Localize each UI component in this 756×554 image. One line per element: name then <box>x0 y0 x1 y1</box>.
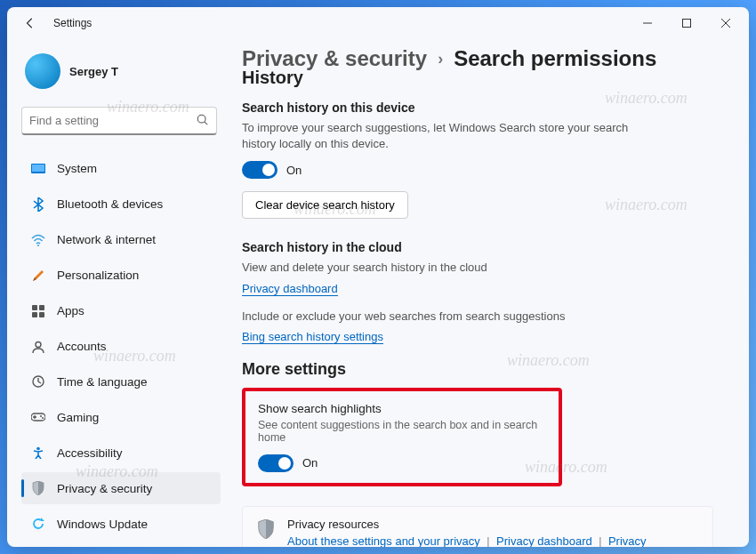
search-box[interactable] <box>21 107 217 135</box>
user-name: Sergey T <box>69 65 118 78</box>
profile[interactable]: Sergey T <box>21 46 221 103</box>
svg-point-16 <box>40 415 42 417</box>
privacy-dashboard-link[interactable]: Privacy dashboard <box>242 282 338 296</box>
nav-privacy[interactable]: Privacy & security <box>21 472 221 504</box>
include-exclude-desc: Include or exclude your web searches fro… <box>242 309 651 325</box>
close-button[interactable] <box>706 9 745 37</box>
nav-accounts[interactable]: Accounts <box>21 331 221 363</box>
clear-history-button[interactable]: Clear device search history <box>242 191 408 219</box>
history-device-title: Search history on this device <box>242 100 713 115</box>
about-settings-link[interactable]: About these settings and your privacy <box>287 534 480 547</box>
history-cloud-desc: View and delete your search history in t… <box>242 260 651 276</box>
highlights-toggle[interactable] <box>258 454 294 472</box>
nav-label: Accounts <box>57 340 107 353</box>
highlights-desc: See content suggestions in the search bo… <box>258 419 546 444</box>
nav-label: Network & internet <box>57 233 156 246</box>
nav-label: Gaming <box>57 411 99 424</box>
breadcrumb: Privacy & security › Search permissions <box>242 46 713 71</box>
svg-point-8 <box>37 245 39 246</box>
window-title: Settings <box>53 17 92 29</box>
back-button[interactable] <box>18 11 43 36</box>
nav-label: Apps <box>57 304 84 317</box>
content-pane[interactable]: Privacy & security › Search permissions … <box>228 39 749 547</box>
arrow-left-icon <box>24 17 36 29</box>
apps-icon <box>30 303 46 319</box>
history-cloud-title: Search history in the cloud <box>242 240 713 254</box>
wifi-icon <box>30 232 46 248</box>
nav-accessibility[interactable]: Accessibility <box>21 437 221 469</box>
highlights-callout: Show search highlights See content sugge… <box>242 388 562 486</box>
svg-point-17 <box>42 417 44 419</box>
nav-label: Privacy & security <box>57 482 152 495</box>
bluetooth-icon <box>30 197 46 213</box>
resources-title: Privacy resources <box>287 518 698 531</box>
svg-rect-11 <box>32 312 37 317</box>
bing-history-link[interactable]: Bing search history settings <box>242 330 383 344</box>
highlights-toggle-label: On <box>302 456 318 470</box>
nav-label: Personalization <box>57 269 139 282</box>
svg-rect-9 <box>32 305 37 310</box>
privacy-dashboard-link-2[interactable]: Privacy dashboard <box>496 534 592 547</box>
nav-label: Bluetooth & devices <box>57 197 163 211</box>
minimize-icon <box>643 19 652 28</box>
nav-update[interactable]: Windows Update <box>21 508 221 540</box>
person-icon <box>30 339 46 355</box>
privacy-resources-box: Privacy resources About these settings a… <box>242 506 713 547</box>
nav-label: Windows Update <box>57 518 148 531</box>
maximize-icon <box>682 19 691 28</box>
chevron-right-icon: › <box>438 50 443 68</box>
nav-personalization[interactable]: Personalization <box>21 260 221 292</box>
avatar <box>25 53 60 89</box>
accessibility-icon <box>30 445 46 461</box>
settings-window: Settings Sergey T System Bluetooth & dev… <box>7 7 749 547</box>
shield-icon <box>30 480 46 496</box>
maximize-button[interactable] <box>667 9 706 37</box>
more-settings-heading: More settings <box>242 360 713 379</box>
history-device-desc: To improve your search suggestions, let … <box>242 120 651 152</box>
system-icon <box>30 161 46 177</box>
nav-apps[interactable]: Apps <box>21 295 221 327</box>
history-toggle[interactable] <box>242 161 277 179</box>
svg-rect-10 <box>39 305 44 310</box>
nav-network[interactable]: Network & internet <box>21 224 221 256</box>
nav-label: System <box>57 162 97 175</box>
close-icon <box>721 19 730 28</box>
update-icon <box>30 516 46 532</box>
nav-bluetooth[interactable]: Bluetooth & devices <box>21 189 221 221</box>
nav-system[interactable]: System <box>21 153 221 185</box>
nav-time[interactable]: Time & language <box>21 365 221 397</box>
nav-gaming[interactable]: Gaming <box>21 401 221 433</box>
highlights-title: Show search highlights <box>258 402 546 415</box>
svg-point-13 <box>36 341 41 347</box>
clock-icon <box>30 373 46 389</box>
nav-label: Time & language <box>57 375 148 389</box>
svg-rect-12 <box>39 312 44 317</box>
shield-icon <box>257 519 275 539</box>
svg-rect-7 <box>32 165 44 172</box>
history-toggle-label: On <box>286 164 302 177</box>
titlebar: Settings <box>7 7 749 39</box>
svg-rect-1 <box>683 20 691 28</box>
nav-label: Accessibility <box>57 446 123 460</box>
gaming-icon <box>30 409 46 425</box>
search-input[interactable] <box>29 114 197 127</box>
brush-icon <box>30 268 46 284</box>
sidebar: Sergey T System Bluetooth & devices Netw… <box>7 39 228 547</box>
breadcrumb-current: Search permissions <box>454 46 656 71</box>
minimize-button[interactable] <box>628 9 667 37</box>
search-icon <box>197 114 209 126</box>
svg-point-4 <box>197 116 205 124</box>
svg-line-5 <box>205 122 207 124</box>
svg-point-18 <box>36 447 40 451</box>
